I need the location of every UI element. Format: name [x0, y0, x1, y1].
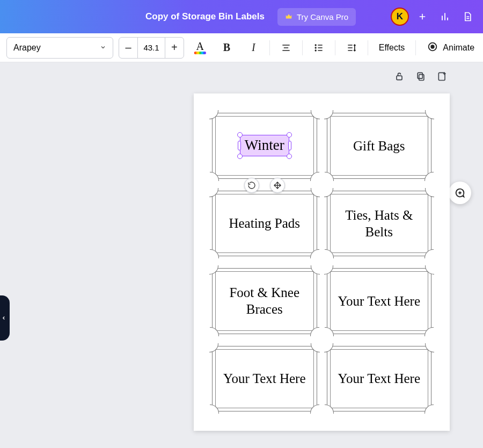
selected-text-box[interactable]: Winter [240, 135, 289, 156]
text-color-icon: A [196, 41, 203, 51]
animate-label: Animate [443, 43, 474, 53]
duplicate-page-button[interactable] [414, 70, 427, 83]
font-family-select[interactable]: Arapey [6, 37, 113, 59]
workspace: Winter Gift Bags [0, 62, 483, 448]
resize-handle-right[interactable] [288, 141, 291, 150]
document-title[interactable]: Copy of Storage Bin Labels [145, 11, 265, 22]
label-card[interactable]: Your Text Here [212, 346, 317, 412]
chevron-down-icon [100, 43, 106, 53]
font-size-stepper: – 43.1 + [119, 37, 184, 59]
font-size-increase[interactable]: + [165, 38, 184, 58]
resize-handle-left[interactable] [238, 141, 241, 150]
document-button[interactable] [456, 5, 479, 28]
label-text[interactable]: Foot & Knee Braces [218, 284, 311, 318]
insights-button[interactable] [434, 5, 456, 28]
font-size-value[interactable]: 43.1 [137, 38, 165, 58]
label-card[interactable]: Heating Pads [212, 191, 317, 257]
page-actions [393, 70, 449, 83]
resize-handle-tl[interactable] [237, 132, 243, 138]
add-comment-button[interactable] [449, 182, 471, 204]
text-toolbar: Arapey – 43.1 + A B I Effects Animate [0, 33, 483, 62]
add-button[interactable] [411, 5, 434, 28]
label-card[interactable]: Winter [212, 113, 317, 179]
alignment-button[interactable] [275, 37, 297, 59]
animate-button[interactable]: Animate [421, 41, 477, 55]
label-card[interactable]: Ties, Hats & Belts [327, 191, 432, 257]
add-page-button[interactable] [436, 70, 449, 83]
label-text[interactable]: Your Text Here [338, 293, 420, 309]
svg-rect-5 [397, 76, 402, 80]
label-text[interactable]: Your Text Here [338, 370, 420, 387]
resize-handle-tr[interactable] [287, 132, 292, 138]
user-avatar[interactable]: K [391, 8, 409, 26]
rainbow-swatch [194, 52, 206, 54]
separator [335, 40, 335, 55]
try-canva-pro-button[interactable]: Try Canva Pro [277, 8, 356, 26]
animate-icon [427, 41, 438, 55]
svg-point-1 [315, 47, 316, 48]
label-text[interactable]: Gift Bags [353, 138, 405, 154]
italic-button[interactable]: I [243, 37, 264, 59]
font-family-value: Arapey [13, 43, 41, 53]
effects-button[interactable]: Effects [374, 37, 411, 59]
canvas-page[interactable]: Winter Gift Bags [194, 93, 450, 431]
crown-icon [285, 13, 292, 20]
try-canva-pro-label: Try Canva Pro [297, 12, 348, 21]
label-grid: Winter Gift Bags [212, 113, 431, 411]
resize-handle-bl[interactable] [237, 154, 243, 159]
svg-point-0 [315, 45, 316, 46]
svg-rect-7 [418, 73, 422, 78]
svg-point-4 [431, 45, 435, 48]
app-header: Copy of Storage Bin Labels Try Canva Pro… [0, 0, 483, 33]
label-card[interactable]: Gift Bags [327, 113, 432, 179]
label-text[interactable]: Ties, Hats & Belts [333, 207, 426, 241]
separator [368, 40, 368, 55]
list-button[interactable] [308, 37, 330, 59]
avatar-initial: K [397, 11, 403, 22]
label-card[interactable]: Foot & Knee Braces [212, 268, 317, 334]
label-text[interactable]: Winter [245, 137, 284, 153]
svg-rect-6 [419, 75, 424, 81]
label-card[interactable]: Your Text Here [327, 346, 432, 412]
separator [302, 40, 303, 55]
floating-element-controls [244, 178, 285, 193]
rotate-handle[interactable] [244, 178, 259, 193]
bold-button[interactable]: B [216, 37, 238, 59]
side-panel-toggle[interactable] [0, 295, 10, 341]
move-handle[interactable] [270, 178, 285, 193]
label-text[interactable]: Your Text Here [223, 370, 306, 387]
svg-point-2 [315, 50, 316, 51]
separator [269, 40, 270, 55]
resize-handle-br[interactable] [287, 154, 292, 159]
font-size-decrease[interactable]: – [119, 38, 137, 58]
spacing-button[interactable] [341, 37, 362, 59]
label-text[interactable]: Heating Pads [229, 215, 300, 232]
separator [415, 40, 416, 55]
lock-page-button[interactable] [393, 70, 406, 83]
text-color-button[interactable]: A [189, 37, 211, 59]
effects-label: Effects [379, 43, 405, 53]
label-card[interactable]: Your Text Here [327, 268, 432, 334]
